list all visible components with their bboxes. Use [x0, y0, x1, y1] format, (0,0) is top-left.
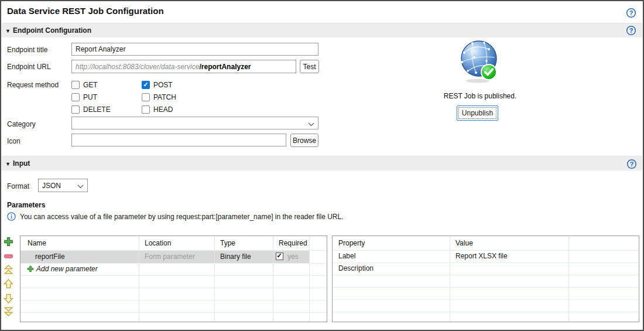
- chevron-down-icon: [308, 122, 314, 127]
- head-checkbox[interactable]: [142, 105, 150, 114]
- page-title: Data Service REST Job Configuration: [7, 6, 164, 16]
- test-button-label: Test: [303, 63, 316, 71]
- info-icon: [7, 212, 16, 221]
- column-header-type[interactable]: Type: [220, 239, 235, 247]
- method-option-head: HEAD: [142, 105, 173, 114]
- column-header-required[interactable]: Required: [279, 239, 307, 247]
- property-label-cell[interactable]: Label: [338, 252, 355, 260]
- endpoint-title-value: Report Analyzer: [76, 45, 125, 53]
- browse-button-label: Browse: [293, 137, 316, 145]
- endpoint-url-label: Endpoint URL: [7, 63, 51, 71]
- publish-status-text: REST Job is published.: [430, 92, 530, 100]
- info-text: You can access value of a file parameter…: [20, 213, 344, 221]
- format-label: Format: [7, 182, 29, 190]
- property-description-cell[interactable]: Description: [338, 264, 374, 272]
- method-option-put: PUT: [71, 93, 97, 101]
- endpoint-url-input[interactable]: http://localhost:8083/clover/data-servic…: [71, 60, 296, 73]
- endpoint-configuration-section-header[interactable]: ▾ Endpoint Configuration: [2, 23, 642, 37]
- param-name-cell[interactable]: reportFile: [35, 252, 65, 261]
- move-up-icon[interactable]: [4, 279, 13, 289]
- icon-label: Icon: [7, 137, 20, 145]
- section-title: Endpoint Configuration: [13, 26, 91, 35]
- chevron-down-icon: [77, 185, 84, 189]
- property-table: Property Value Label Report XLSX file De…: [332, 236, 639, 322]
- format-select[interactable]: JSON: [38, 179, 88, 192]
- delete-label: DELETE: [83, 105, 111, 114]
- required-checkbox[interactable]: [276, 252, 283, 260]
- svg-text:?: ?: [629, 27, 633, 34]
- format-value: JSON: [42, 182, 61, 190]
- endpoint-url-base: http://localhost:8083/clover/data-servic…: [76, 63, 199, 71]
- test-button[interactable]: Test: [300, 60, 319, 73]
- move-top-icon[interactable]: [4, 265, 13, 275]
- patch-label: PATCH: [153, 93, 176, 101]
- icon-input[interactable]: [71, 134, 286, 146]
- method-option-post: POST: [142, 81, 173, 89]
- unpublish-button[interactable]: Unpublish: [457, 105, 498, 121]
- move-bottom-icon[interactable]: [4, 306, 13, 316]
- request-method-label: Request method: [7, 81, 59, 89]
- move-down-icon[interactable]: [4, 294, 13, 303]
- column-header-property[interactable]: Property: [338, 239, 365, 247]
- data-service-configuration-window: Data Service REST Job Configuration ? ▾ …: [0, 0, 644, 331]
- collapse-icon[interactable]: ▾: [6, 28, 9, 34]
- unpublish-button-label: Unpublish: [462, 109, 493, 117]
- put-label: PUT: [83, 93, 97, 101]
- endpoint-title-input[interactable]: Report Analyzer: [71, 43, 318, 56]
- endpoint-title-label: Endpoint title: [7, 46, 47, 54]
- add-parameter-icon[interactable]: [4, 237, 13, 247]
- endpoint-url-path: /reportAnalyzer: [199, 63, 251, 71]
- put-checkbox[interactable]: [71, 93, 80, 101]
- param-location-cell[interactable]: Form parameter: [145, 252, 195, 261]
- endpoint-help-icon[interactable]: ?: [626, 25, 636, 36]
- delete-checkbox[interactable]: [71, 105, 80, 114]
- head-label: HEAD: [153, 105, 173, 114]
- post-label: POST: [153, 81, 173, 89]
- published-globe-icon: [458, 39, 499, 87]
- add-new-parameter-row[interactable]: Add new parameter: [27, 265, 98, 273]
- method-option-patch: PATCH: [142, 93, 176, 101]
- parameters-info: You can access value of a file parameter…: [7, 212, 344, 221]
- add-new-parameter-label: Add new parameter: [36, 265, 98, 273]
- category-label: Category: [7, 120, 36, 128]
- parameters-table: Name Location Type Required reportFile F…: [20, 236, 327, 322]
- column-header-location[interactable]: Location: [145, 239, 171, 247]
- required-value-label: yes: [287, 252, 299, 261]
- category-select[interactable]: [71, 117, 318, 129]
- column-header-value[interactable]: Value: [455, 239, 473, 247]
- browse-button[interactable]: Browse: [290, 134, 318, 147]
- method-option-delete: DELETE: [71, 105, 111, 114]
- svg-text:?: ?: [629, 9, 633, 16]
- param-type-cell[interactable]: Binary file: [220, 252, 251, 261]
- help-icon[interactable]: ?: [626, 8, 636, 18]
- column-header-name[interactable]: Name: [28, 239, 46, 247]
- post-checkbox[interactable]: [142, 81, 150, 89]
- get-label: GET: [83, 81, 98, 89]
- patch-checkbox[interactable]: [142, 93, 150, 101]
- remove-parameter-icon[interactable]: [4, 251, 13, 261]
- method-option-get: GET: [71, 81, 98, 89]
- plus-icon: [27, 265, 34, 272]
- get-checkbox[interactable]: [71, 81, 80, 89]
- input-section-header[interactable]: ▾ Input: [2, 156, 642, 170]
- property-label-value-cell[interactable]: Report XLSX file: [455, 252, 508, 260]
- collapse-icon[interactable]: ▾: [6, 161, 9, 167]
- input-help-icon[interactable]: ?: [626, 159, 637, 169]
- section-title: Input: [13, 159, 30, 168]
- svg-text:?: ?: [630, 161, 634, 168]
- parameters-heading: Parameters: [7, 201, 45, 209]
